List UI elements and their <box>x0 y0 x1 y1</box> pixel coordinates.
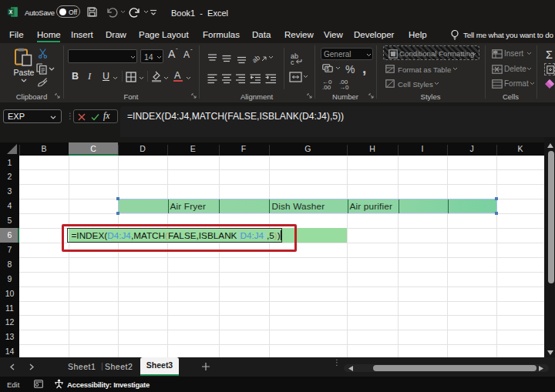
svg-text:X: X <box>9 9 13 15</box>
svg-text:$: $ <box>326 66 329 72</box>
svg-text:ab: ab <box>251 54 261 65</box>
svg-text:c: c <box>291 59 294 65</box>
